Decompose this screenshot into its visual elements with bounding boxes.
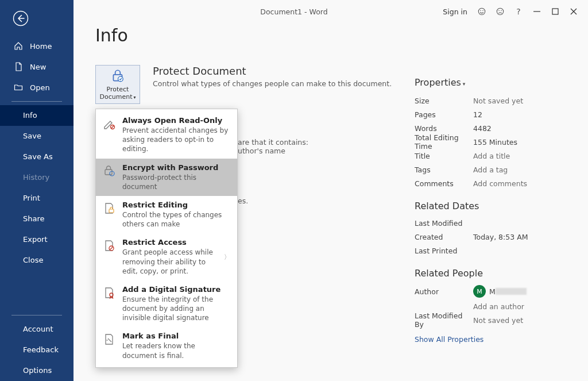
help-icon[interactable]: ?	[514, 7, 523, 16]
svg-point-5	[498, 10, 500, 11]
doc-final-icon	[103, 333, 115, 345]
nav-new[interactable]: New	[0, 56, 74, 77]
maximize-button[interactable]	[551, 7, 559, 16]
related-people-header: Related People	[415, 268, 528, 279]
nav-label: Open	[30, 83, 50, 92]
nav-label: Home	[30, 42, 52, 51]
doc-ribbon-icon	[103, 286, 115, 299]
close-button[interactable]	[570, 7, 578, 16]
avatar: M	[473, 285, 486, 298]
prop-tags[interactable]: TagsAdd a tag	[415, 163, 528, 176]
section-desc: Control what types of changes people can…	[153, 79, 392, 88]
protect-section-text: Protect Document Control what types of c…	[153, 65, 392, 104]
svg-rect-8	[552, 9, 558, 14]
protect-document-button[interactable]: Protect Document▾	[95, 65, 140, 104]
nav-open[interactable]: Open	[0, 77, 74, 98]
section-heading: Protect Document	[153, 65, 392, 77]
nav-info[interactable]: Info	[0, 105, 74, 126]
show-all-properties[interactable]: Show All Properties	[415, 335, 483, 344]
prop-editing-time: Total Editing Time155 Minutes	[415, 135, 528, 149]
prop-pages: Pages12	[415, 107, 528, 121]
prop-title[interactable]: TitleAdd a title	[415, 149, 528, 163]
prop-author: Author M M	[415, 283, 528, 299]
author-name: M	[489, 287, 496, 296]
protect-button-label: Protect Document▾	[99, 86, 136, 101]
chevron-down-icon: ▾	[133, 95, 136, 100]
prop-created: CreatedToday, 8:53 AM	[415, 230, 528, 244]
home-icon	[14, 41, 23, 51]
related-dates-header: Related Dates	[415, 201, 528, 211]
svg-point-3	[482, 10, 483, 11]
nav-share[interactable]: Share	[0, 209, 74, 229]
menu-restrict-access[interactable]: Restrict Access Grant people access whil…	[96, 233, 237, 280]
nav-label: New	[30, 63, 46, 71]
title-bar: Document1 - Word Sign in ?	[74, 0, 588, 23]
nav-close[interactable]: Close	[0, 250, 74, 271]
doc-lock-icon	[103, 202, 115, 214]
properties-header[interactable]: Properties▾	[415, 77, 528, 88]
chevron-right-icon: 〉	[224, 253, 230, 261]
protect-document-section: Protect Document▾ Protect Document Contr…	[95, 65, 408, 104]
nav-separator	[11, 315, 62, 315]
svg-point-6	[501, 10, 502, 11]
face-smile-icon[interactable]	[478, 7, 486, 16]
nav-options[interactable]: Options	[0, 360, 74, 381]
chevron-down-icon: ▾	[463, 81, 466, 87]
folder-open-icon	[14, 83, 23, 92]
doc-noaccess-icon	[103, 239, 115, 252]
nav-save[interactable]: Save	[0, 126, 74, 147]
nav-home[interactable]: Home	[0, 36, 74, 56]
content-region: Document1 - Word Sign in ? Info	[74, 0, 588, 381]
svg-line-12	[111, 126, 114, 129]
nav-export[interactable]: Export	[0, 229, 74, 250]
minimize-button[interactable]	[533, 7, 541, 16]
nav-separator	[11, 101, 62, 102]
sign-in-button[interactable]: Sign in	[443, 7, 467, 16]
titlebar-right: Sign in ?	[443, 7, 588, 16]
nav-print[interactable]: Print	[0, 188, 74, 209]
document-title: Document1 - Word	[260, 7, 327, 16]
svg-rect-15	[109, 209, 114, 213]
menu-always-read-only[interactable]: Always Open Read-Only Prevent accidental…	[96, 111, 237, 159]
face-sad-icon[interactable]	[496, 7, 504, 16]
nav-save-as[interactable]: Save As	[0, 147, 74, 167]
arrow-left-circle-icon	[13, 10, 29, 26]
menu-mark-final[interactable]: Mark as Final Let readers know the docum…	[96, 327, 237, 364]
prop-comments[interactable]: CommentsAdd comments	[415, 176, 528, 190]
prop-last-modified-by: Last Modified ByNot saved yet	[415, 313, 528, 327]
nav-account[interactable]: Account	[0, 319, 74, 340]
prop-size: SizeNot saved yet	[415, 94, 528, 107]
svg-point-1	[478, 8, 485, 14]
nav-history: History	[0, 167, 74, 188]
protect-document-menu: Always Open Read-Only Prevent accidental…	[95, 109, 238, 368]
prop-last-printed: Last Printed	[415, 244, 528, 257]
menu-restrict-editing[interactable]: Restrict Editing Control the types of ch…	[96, 196, 237, 233]
lock-shield-icon	[110, 68, 125, 83]
lock-key-icon	[103, 164, 115, 177]
back-button[interactable]	[13, 10, 29, 26]
svg-point-4	[497, 8, 503, 14]
menu-encrypt-password[interactable]: Encrypt with Password Password-protect t…	[96, 159, 237, 196]
nav-feedback[interactable]: Feedback	[0, 340, 74, 360]
pencil-nowrite-icon	[103, 117, 115, 130]
svg-point-2	[480, 10, 481, 11]
prop-last-modified: Last Modified	[415, 216, 528, 230]
author-name-redacted	[496, 288, 527, 295]
properties-panel: Properties▾ SizeNot saved yet Pages12 Wo…	[415, 77, 528, 344]
menu-digital-signature[interactable]: Add a Digital Signature Ensure the integ…	[96, 280, 237, 328]
page-title: Info	[95, 25, 408, 45]
backstage-sidebar: Home New Open Info Save Save As History …	[0, 0, 74, 381]
new-doc-icon	[14, 62, 23, 71]
svg-rect-13	[105, 170, 112, 175]
